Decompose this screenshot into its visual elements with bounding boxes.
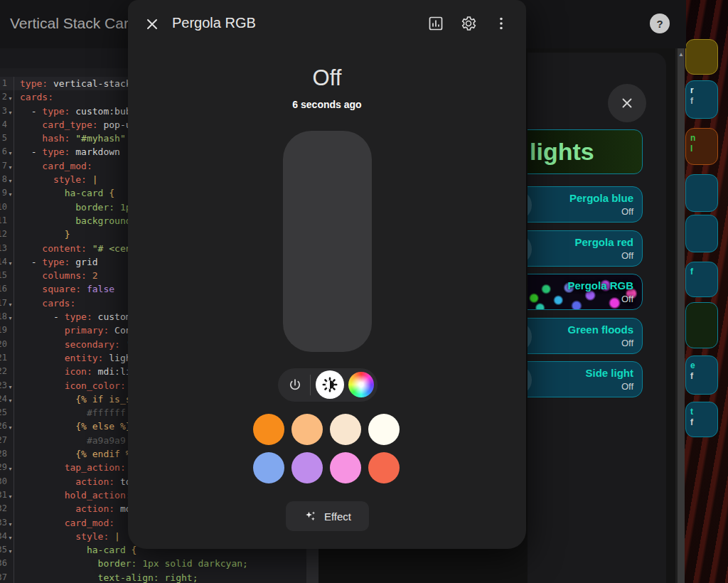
fold-chevron-icon[interactable]: ▾: [7, 392, 14, 406]
fold-chevron-icon[interactable]: ▾: [7, 105, 14, 118]
fold-chevron-icon[interactable]: ▾: [7, 543, 14, 557]
popup-scrollbar[interactable]: ▲: [675, 48, 685, 583]
fold-chevron-icon[interactable]: ▾: [7, 296, 14, 310]
fold-spacer: [7, 406, 14, 419]
partial-dashboard-card[interactable]: tf: [685, 402, 718, 437]
code-text: - type: grid: [14, 255, 98, 269]
fold-chevron-icon[interactable]: ▾: [7, 419, 14, 433]
fold-spacer: [7, 282, 14, 296]
fold-chevron-icon[interactable]: ▾: [7, 516, 14, 530]
color-wheel-button[interactable]: [348, 372, 374, 397]
fold-chevron-icon[interactable]: ▾: [7, 255, 14, 269]
partial-dashboard-card[interactable]: [685, 174, 718, 212]
fold-spacer: [7, 200, 14, 214]
brightness-icon: [321, 376, 338, 393]
fold-spacer: [7, 338, 14, 351]
code-text: #ffffff: [14, 406, 126, 419]
partial-dashboard-card[interactable]: rf: [685, 80, 718, 119]
light-card-state: Off: [621, 206, 633, 217]
brightness-slider[interactable]: [283, 131, 372, 352]
code-line[interactable]: 36 border: 1px solid darkcyan;: [0, 557, 306, 570]
favorite-color-swatch[interactable]: [291, 452, 323, 483]
partial-dashboard-card[interactable]: f: [685, 262, 718, 297]
code-text: columns: 2: [14, 269, 98, 282]
light-card-name: Side light: [586, 367, 634, 379]
fold-chevron-icon[interactable]: ▾: [7, 145, 14, 159]
line-number: 1: [0, 77, 7, 90]
code-line[interactable]: 37 text-align: right;: [0, 571, 306, 583]
code-text: text-align: right;: [14, 571, 198, 583]
line-number: 28: [0, 447, 7, 461]
favorite-color-swatch[interactable]: [368, 452, 400, 483]
partial-dashboard-card[interactable]: [685, 215, 718, 252]
light-card-state: Off: [621, 294, 633, 304]
line-number: 35: [0, 543, 7, 557]
favorite-color-swatch[interactable]: [253, 452, 284, 483]
gear-icon: [460, 15, 477, 32]
fold-spacer: [7, 269, 14, 282]
fold-spacer: [7, 447, 14, 461]
line-number: 5: [0, 132, 7, 145]
brightness-tab-selected[interactable]: [316, 370, 344, 399]
popup-close-button[interactable]: [608, 84, 646, 122]
code-text: style: |: [14, 173, 98, 186]
sparkles-icon: [304, 509, 318, 523]
fold-chevron-icon[interactable]: ▾: [7, 173, 14, 186]
line-number: 27: [0, 434, 7, 447]
code-text: type: vertical-stack: [14, 77, 132, 90]
partial-card-text: f: [690, 371, 717, 382]
settings-button[interactable]: [460, 15, 477, 32]
line-number: 9: [0, 186, 7, 200]
favorite-color-swatch[interactable]: [291, 414, 323, 445]
fold-chevron-icon[interactable]: ▾: [7, 159, 14, 173]
page-title: Vertical Stack Card: [10, 15, 137, 32]
line-number: 7: [0, 159, 7, 173]
code-text: {% endif %}: [14, 447, 136, 461]
fold-chevron-icon[interactable]: ▾: [7, 461, 14, 474]
effect-button[interactable]: Effect: [286, 501, 369, 531]
entity-dialog: Pergola RGB Off 6 seconds ago: [128, 0, 526, 549]
partial-dashboard-card[interactable]: nl: [685, 128, 718, 165]
power-button[interactable]: [283, 373, 307, 397]
fold-spacer: [7, 351, 14, 365]
code-text: tap_action:: [14, 461, 126, 474]
fold-chevron-icon[interactable]: ▾: [7, 530, 14, 543]
line-number: 16: [0, 282, 7, 296]
favorite-color-swatch[interactable]: [330, 414, 361, 445]
partial-dashboard-card[interactable]: [685, 302, 718, 348]
code-text: icon_color: >-: [14, 379, 142, 392]
fold-chevron-icon[interactable]: ▾: [7, 90, 14, 104]
favorite-color-swatch[interactable]: [253, 414, 284, 445]
line-number: 4: [0, 118, 7, 132]
fold-chevron-icon[interactable]: ▾: [7, 379, 14, 392]
partial-card-text: r: [690, 85, 717, 96]
close-icon: [144, 16, 161, 33]
code-text: hold_action:: [14, 488, 132, 502]
chart-box-icon: [427, 15, 444, 32]
fold-spacer: [7, 242, 14, 255]
favorite-color-swatch[interactable]: [330, 452, 361, 483]
line-number: 29: [0, 461, 7, 474]
history-chart-button[interactable]: [427, 15, 444, 32]
help-button[interactable]: ?: [650, 14, 670, 33]
line-number: 14: [0, 255, 7, 269]
code-text: }: [14, 228, 70, 241]
fold-chevron-icon[interactable]: ▾: [7, 488, 14, 502]
fold-spacer: [7, 132, 14, 145]
partial-dashboard-card[interactable]: ef: [685, 355, 718, 395]
entity-state: Off: [128, 65, 526, 91]
line-number: 31: [0, 488, 7, 502]
partial-dashboard-card[interactable]: [685, 39, 718, 75]
more-menu-button[interactable]: [493, 15, 510, 32]
line-number: 25: [0, 406, 7, 419]
partial-card-text: f: [690, 267, 717, 277]
fold-spacer: [7, 323, 14, 337]
partial-card-text: l: [690, 144, 717, 154]
fold-chevron-icon[interactable]: ▾: [7, 186, 14, 200]
favorite-color-swatch[interactable]: [368, 414, 400, 445]
fold-chevron-icon[interactable]: ▾: [7, 310, 14, 323]
fold-spacer: [7, 77, 14, 90]
dialog-close-button[interactable]: [142, 14, 162, 34]
line-number: 13: [0, 242, 7, 255]
scroll-up-arrow-icon[interactable]: ▲: [678, 51, 685, 58]
